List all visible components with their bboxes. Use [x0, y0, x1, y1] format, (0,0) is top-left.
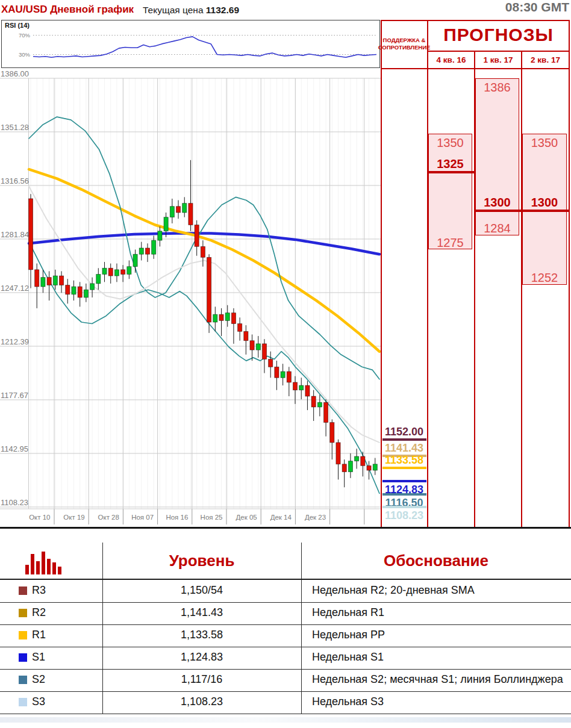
table-row: R11,133.58Недельная PP	[0, 624, 571, 647]
level-rationale: Недельная R1	[312, 606, 384, 619]
svg-text:1281.84: 1281.84	[1, 230, 29, 239]
table-row: S11,124.83Недельная S1	[0, 647, 571, 670]
quarter-header-q1-17: 1 кв. 17	[475, 51, 521, 68]
level-code: S2	[32, 673, 45, 686]
forecast-box-1	[475, 78, 519, 235]
level-value: 1,150/54	[102, 584, 301, 597]
level-code: R1	[32, 629, 46, 641]
current-price-caption: Текущая цена	[143, 5, 204, 15]
svg-text:Окт 10: Окт 10	[29, 514, 50, 521]
svg-text:Окт 19: Окт 19	[63, 514, 84, 521]
quarter-header-q4-16: 4 кв. 16	[428, 51, 474, 68]
table-row: S21,117/16Недельная S2; месячная S1; лин…	[0, 669, 571, 692]
level-value: 1,141.43	[102, 606, 301, 619]
report-page: XAU/USD Дневной график Текущая цена 1132…	[0, 0, 571, 728]
forecast-key-label-2: 1300	[522, 195, 567, 210]
sr-level-line-r3	[382, 438, 426, 441]
forecasts-title: ПРОГНОЗЫ	[428, 20, 569, 50]
svg-text:Ноя 25: Ноя 25	[201, 514, 223, 521]
quarter-header-q2-17: 2 кв. 17	[522, 51, 569, 68]
price-chart: 1386.001351.281316.561281.841247.121212.…	[0, 68, 381, 527]
bottom-gradient-bar	[0, 717, 571, 723]
forecast-top-label-1: 1386	[475, 80, 519, 95]
level-rationale: Недельная S2; месячная S1; линия Боллинд…	[312, 673, 563, 686]
overlay-bollinger-lower	[29, 242, 379, 494]
svg-text:Окт 28: Окт 28	[98, 514, 119, 521]
forecast-box-0	[428, 134, 472, 249]
panel-border-q2	[521, 51, 522, 528]
svg-text:1177.67: 1177.67	[1, 391, 28, 400]
forecast-key-line-0	[428, 171, 475, 173]
forecast-key-label-0: 1325	[428, 157, 472, 171]
svg-text:Дек 05: Дек 05	[236, 514, 257, 521]
level-value: 1,133.58	[102, 629, 301, 641]
svg-text:Ноя 07: Ноя 07	[131, 514, 154, 521]
rsi-chart: 70%30%	[2, 20, 378, 66]
table-row: R21,141.43Недельная R1	[0, 602, 571, 625]
svg-text:Ноя 16: Ноя 16	[166, 514, 188, 521]
forecast-bottom-label-1: 1284	[475, 221, 519, 235]
rsi-panel: 70%30%	[1, 20, 380, 68]
level-code: R3	[32, 584, 46, 597]
level-swatch	[19, 653, 27, 662]
svg-text:30%: 30%	[19, 51, 31, 58]
sr-level-label-r3: 1152.00	[381, 425, 428, 438]
forecast-top-label-2: 1350	[522, 135, 567, 150]
svg-text:1142.95: 1142.95	[1, 444, 28, 453]
level-swatch	[19, 609, 27, 617]
level-swatch	[19, 586, 27, 595]
level-rationale: Недельная R2; 20-дневная SMA	[312, 584, 475, 597]
level-code: R2	[32, 606, 46, 619]
sr-level-line-r1	[382, 467, 426, 469]
svg-text:1212.39: 1212.39	[1, 337, 29, 346]
bar-chart-icon	[25, 548, 64, 576]
level-value: 1,108.23	[102, 695, 301, 708]
svg-text:70%: 70%	[19, 32, 31, 39]
svg-text:Дек 23: Дек 23	[305, 514, 326, 521]
forecast-bottom-label-2: 1252	[522, 270, 567, 285]
level-code: S3	[32, 695, 45, 708]
panel-border-h2	[381, 68, 570, 69]
forecast-top-label-0: 1350	[428, 135, 472, 150]
forecast-key-line-1	[475, 210, 522, 212]
level-rationale: Недельная S1	[312, 651, 384, 664]
table-row: R31,150/54Недельная R2; 20-дневная SMA	[0, 580, 571, 603]
sr-level-line-s3	[382, 506, 426, 508]
level-value: 1,124.83	[102, 651, 301, 664]
sr-level-line-s1	[382, 480, 426, 482]
svg-text:1386.00: 1386.00	[1, 69, 29, 78]
current-price: Текущая цена 1132.69	[143, 5, 239, 16]
svg-text:1316.56: 1316.56	[1, 176, 29, 185]
level-swatch	[19, 676, 27, 684]
forecast-bottom-label-0: 1275	[428, 235, 472, 250]
level-rationale: Недельная S3	[312, 695, 384, 708]
svg-text:Дек 14: Дек 14	[270, 514, 292, 521]
clock: 08:30 GMT	[505, 0, 569, 14]
sr-level-line-s2	[382, 493, 426, 496]
panel-border-right	[569, 20, 570, 528]
svg-text:1351.28: 1351.28	[1, 123, 29, 132]
rationale-column-header: Обоснование	[301, 544, 571, 578]
table-row: S31,108.23Недельная S3	[0, 691, 571, 714]
forecast-key-line-2	[522, 210, 569, 212]
forecast-key-label-1: 1300	[475, 195, 519, 210]
level-code: S1	[32, 651, 45, 664]
sr-level-label-s3: 1108.23	[381, 509, 428, 522]
current-price-value: 1132.69	[206, 5, 239, 15]
sr-level-label-r2: 1141.43	[381, 441, 428, 455]
level-value: 1,117/16	[102, 673, 301, 686]
level-swatch	[19, 631, 27, 639]
level-rationale: Недельная PP	[312, 629, 385, 641]
svg-text:1108.23: 1108.23	[1, 498, 28, 507]
rsi-label: RSI (14)	[5, 22, 30, 29]
sr-level-label-r1: 1133.58	[381, 453, 428, 467]
level-column-header: Уровень	[102, 544, 301, 578]
level-swatch	[19, 698, 27, 706]
chart-bottom-border	[0, 527, 571, 529]
support-resistance-header: ПОДДЕРЖКА & СОПРОТИВЛЕНИЕ	[381, 20, 427, 67]
page-title: XAU/USD Дневной график	[1, 4, 134, 16]
svg-text:1247.12: 1247.12	[1, 284, 29, 293]
